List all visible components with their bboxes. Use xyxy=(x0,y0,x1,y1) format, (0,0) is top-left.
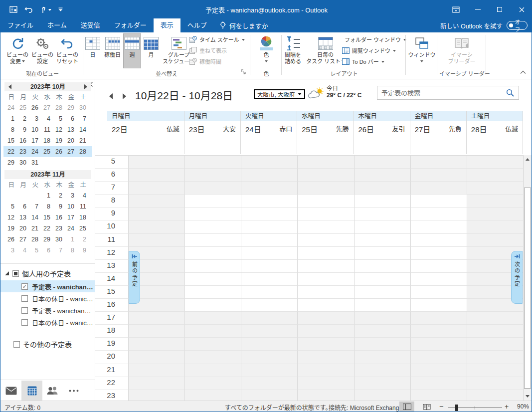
time-slot[interactable] xyxy=(354,247,410,260)
time-slot[interactable] xyxy=(467,156,523,169)
minical-date[interactable]: 29 xyxy=(5,157,17,168)
time-slot[interactable] xyxy=(297,234,354,247)
time-slot[interactable] xyxy=(297,220,354,233)
time-slot[interactable] xyxy=(128,182,184,195)
minical-date[interactable]: 19 xyxy=(53,135,65,146)
time-slot[interactable] xyxy=(354,351,410,364)
view-settings-button[interactable]: ビューの 設定 xyxy=(30,34,54,68)
minical-date[interactable]: 2 xyxy=(77,234,89,245)
minical-date[interactable]: 22 xyxy=(41,223,53,234)
time-slot[interactable] xyxy=(184,207,241,220)
minical-date[interactable]: 7 xyxy=(29,201,41,212)
time-slot[interactable] xyxy=(128,156,184,169)
reset-view-button[interactable]: ビューの リセット xyxy=(55,34,79,68)
minical-date[interactable]: 25 xyxy=(77,223,89,234)
time-slot[interactable] xyxy=(128,312,184,325)
time-slot[interactable] xyxy=(297,286,354,299)
time-slot[interactable] xyxy=(410,247,467,260)
time-slot[interactable] xyxy=(184,286,241,299)
minical-date[interactable]: 2 xyxy=(53,190,65,201)
time-slot[interactable] xyxy=(467,182,523,195)
time-slot[interactable] xyxy=(241,299,297,312)
minical-date[interactable]: 10 xyxy=(29,124,41,135)
time-slot[interactable] xyxy=(354,364,410,377)
forward-arrow-button[interactable] xyxy=(123,93,126,99)
time-slot[interactable] xyxy=(241,220,297,233)
minical-date[interactable]: 23 xyxy=(53,223,65,234)
time-slot[interactable] xyxy=(184,234,241,247)
time-slot[interactable] xyxy=(128,220,184,233)
minical-date[interactable]: 8 xyxy=(65,245,77,256)
time-slot[interactable] xyxy=(354,169,410,182)
time-slot[interactable] xyxy=(128,351,184,364)
time-slot[interactable] xyxy=(297,169,354,182)
time-slot[interactable] xyxy=(184,377,241,390)
collapse-ribbon-button[interactable] xyxy=(520,70,526,74)
time-slot[interactable] xyxy=(467,207,523,220)
time-slot[interactable] xyxy=(410,338,467,351)
minical-date[interactable]: 12 xyxy=(53,124,65,135)
day-date-cell[interactable]: 27日先負 xyxy=(410,121,466,154)
minical-date[interactable]: 4 xyxy=(41,113,53,124)
minical-date[interactable]: 16 xyxy=(53,212,65,223)
time-slot[interactable] xyxy=(297,351,354,364)
zoom-out-button[interactable]: − xyxy=(439,402,444,411)
normal-view-button[interactable] xyxy=(399,402,414,412)
time-slot[interactable] xyxy=(410,156,467,169)
time-slot[interactable] xyxy=(467,169,523,182)
minical-date[interactable]: 24 xyxy=(5,102,17,113)
minical-date[interactable]: 29 xyxy=(65,102,77,113)
minical-date[interactable]: 13 xyxy=(17,212,29,223)
time-slot[interactable] xyxy=(128,195,184,207)
time-slot[interactable] xyxy=(410,169,467,182)
time-slot[interactable] xyxy=(184,312,241,325)
window-button[interactable]: ウィンドウ xyxy=(407,34,437,68)
customize-quick-access-icon[interactable] xyxy=(58,7,63,12)
minical-date[interactable]: 21 xyxy=(29,223,41,234)
dialog-launcher-icon[interactable] xyxy=(241,69,246,75)
minical-date[interactable]: 22 xyxy=(5,146,17,157)
minical-date[interactable]: 26 xyxy=(5,234,17,245)
calendar-checkbox[interactable]: ✓ xyxy=(21,283,28,290)
time-slot[interactable] xyxy=(128,234,184,247)
compress-spacing-button[interactable]: 間隔を 詰める xyxy=(284,34,302,68)
minical-date[interactable]: 12 xyxy=(5,212,17,223)
ribbon-tab[interactable]: フォルダー xyxy=(107,18,154,32)
minical-date[interactable]: 5 xyxy=(53,113,65,124)
time-slot[interactable] xyxy=(410,390,467,401)
minical-date[interactable]: 28 xyxy=(29,234,41,245)
minical-date[interactable]: 28 xyxy=(77,146,89,157)
minical-date[interactable]: 27 xyxy=(17,234,29,245)
back-arrow-button[interactable] xyxy=(109,93,113,99)
time-slot[interactable] xyxy=(297,390,354,401)
time-slot[interactable] xyxy=(354,286,410,299)
minical-date[interactable]: 17 xyxy=(29,135,41,146)
time-slot[interactable] xyxy=(241,195,297,207)
minical-date[interactable]: 6 xyxy=(65,113,77,124)
reading-view-button[interactable] xyxy=(419,402,434,412)
time-slot[interactable] xyxy=(467,220,523,233)
minical-date[interactable]: 1 xyxy=(41,190,53,201)
nav-calendar-button[interactable] xyxy=(21,381,42,401)
search-input[interactable] xyxy=(377,89,502,97)
time-slot[interactable] xyxy=(297,247,354,260)
time-slot[interactable] xyxy=(354,260,410,273)
previous-appointment-tab[interactable]: 前の予定 xyxy=(129,251,140,304)
minical-date[interactable]: 9 xyxy=(77,245,89,256)
change-view-button[interactable]: ビューの 変更 xyxy=(5,34,29,68)
minical-date[interactable]: 4 xyxy=(77,190,89,201)
minical-date[interactable]: 13 xyxy=(65,124,77,135)
time-slot[interactable] xyxy=(354,338,410,351)
month-view-button[interactable]: 月 xyxy=(143,34,160,68)
day-date-cell[interactable]: 25日先勝 xyxy=(297,121,353,154)
time-slot[interactable] xyxy=(467,312,523,325)
time-slot[interactable] xyxy=(241,182,297,195)
undo-icon[interactable] xyxy=(24,6,33,13)
touch-mouse-mode-icon[interactable] xyxy=(40,6,51,13)
color-button[interactable]: 色 xyxy=(258,34,274,68)
minical-date[interactable]: 15 xyxy=(41,212,53,223)
time-slot[interactable] xyxy=(128,325,184,338)
time-slot[interactable] xyxy=(241,325,297,338)
time-slot[interactable] xyxy=(354,182,410,195)
minical-date[interactable]: 25 xyxy=(17,102,29,113)
